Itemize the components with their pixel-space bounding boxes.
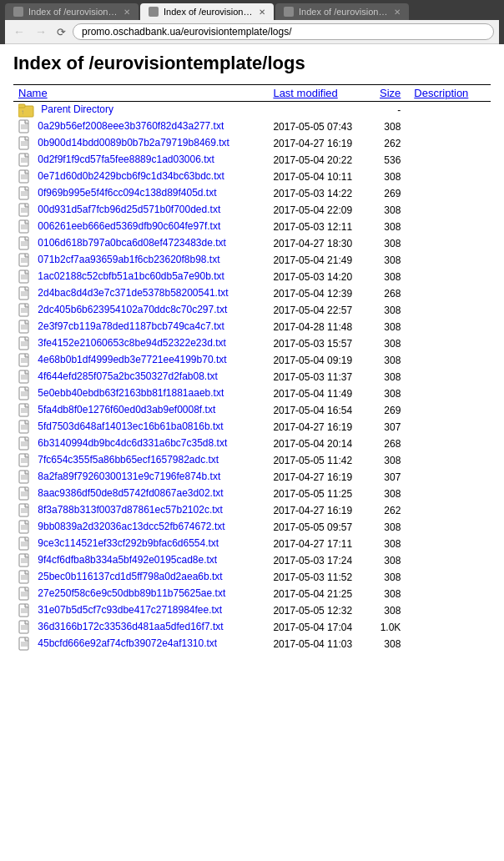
tab-2[interactable]: Index of /eurovisiontemp ✕ [140,3,274,20]
file-link-26[interactable]: 9f4cf6dfba8b334a5bf492e0195cad8e.txt [38,554,217,566]
file-link-28[interactable]: 27e250f58c6e9c50dbb89b11b75625ae.txt [38,587,225,599]
file-link-1[interactable]: 0b900d14bdd0089b0b7b2a79719b8469.txt [38,137,229,149]
file-desc-30 [409,619,491,636]
file-desc-0 [409,118,491,135]
file-table: Name Last modified Size Description ↑ [13,84,491,652]
file-link-27[interactable]: 25bec0b116137cd1d5ff798a0d2aea6b.txt [38,571,222,582]
table-row-parent: ↑ Parent Directory - [13,102,491,119]
file-size-5: 308 [375,202,409,219]
file-desc-4 [409,185,491,202]
file-link-24[interactable]: 9bb0839a2d32036ac13dcc52fb674672.txt [38,521,224,532]
file-link-0[interactable]: 0a29b56ef2008eee3b3760f82d43a277.txt [38,120,224,132]
table-row: 006261eeb666ed5369dfb90c604fe97f.txt 201… [13,219,491,235]
file-icon-17 [18,403,32,418]
file-link-7[interactable]: 0106d618b797a0bca6d08ef4723483de.txt [38,237,226,249]
parent-modified [268,102,375,119]
file-modified-0: 2017-05-05 07:43 [268,118,375,135]
file-size-12: 308 [375,319,409,335]
file-icon-5 [18,203,32,218]
col-header-description: Description [409,85,491,102]
file-link-30[interactable]: 36d3166b172c33536d481aa5dfed16f7.txt [38,621,223,632]
file-desc-27 [409,569,491,586]
file-desc-10 [409,285,491,302]
table-row: 36d3166b172c33536d481aa5dfed16f7.txt 201… [13,619,491,636]
file-link-23[interactable]: 8f3a788b313f0037d87861ec57b2102c.txt [38,504,223,516]
table-row: 0f969b995e5f4f6cc094c138d89f405d.txt 201… [13,185,491,202]
file-icon-2 [18,153,32,168]
file-desc-31 [409,636,491,652]
parent-dir-link[interactable]: Parent Directory [41,103,113,115]
file-icon-29 [18,603,32,618]
file-link-22[interactable]: 8aac9386df50de8d5742fd0867ae3d02.txt [38,487,223,499]
col-name-link[interactable]: Name [18,87,48,99]
file-desc-20 [409,452,491,469]
table-row: 0106d618b797a0bca6d08ef4723483de.txt 201… [13,235,491,252]
file-link-19[interactable]: 6b3140994db9bc4dc6d331a6bc7c35d8.txt [38,437,227,449]
tab-3-close[interactable]: ✕ [394,8,401,17]
col-modified-link[interactable]: Last modified [273,87,337,99]
tab-3[interactable]: Index of /eurovisiontemp ✕ [275,3,409,20]
file-size-13: 308 [375,335,409,352]
file-icon-30 [18,620,32,635]
file-link-25[interactable]: 9ce3c114521ef33cf292b9bfac6d6554.txt [38,537,219,549]
file-modified-17: 2017-05-04 16:54 [268,402,375,419]
file-link-10[interactable]: 2d4bac8d4d3e7c371de5378b58200541.txt [38,287,228,299]
col-desc-link[interactable]: Description [414,87,468,99]
file-modified-20: 2017-05-05 11:42 [268,452,375,469]
file-modified-25: 2017-04-27 17:11 [268,536,375,552]
file-icon-18 [18,420,32,435]
file-size-19: 268 [375,436,409,452]
file-desc-13 [409,335,491,352]
file-link-3[interactable]: 0e71d60d0b2429bcb6f9c1d34bc63bdc.txt [38,170,224,182]
file-icon-28 [18,587,32,602]
file-modified-19: 2017-05-04 20:14 [268,436,375,452]
file-desc-3 [409,169,491,185]
file-link-29[interactable]: 31e07b5d5cf7c93dbe417c2718984fee.txt [38,604,222,616]
file-icon-9 [18,269,32,284]
refresh-button[interactable]: ⟳ [53,24,69,40]
file-link-17[interactable]: 5fa4db8f0e1276f60ed0d3ab9ef0008f.txt [38,404,215,415]
table-row: 4e68b0b1df4999edb3e7721ee4199b70.txt 201… [13,352,491,369]
file-link-18[interactable]: 5fd7503d648af14013ec16b61ba0816b.txt [38,420,223,432]
tab-1-close[interactable]: ✕ [123,8,130,17]
file-link-12[interactable]: 2e3f97cb119a78ded1187bcb749ca4c7.txt [38,320,224,332]
file-size-10: 268 [375,285,409,302]
forward-button[interactable]: → [32,23,50,40]
file-link-15[interactable]: 4f644efd285f075a2bc350327d2fab08.txt [38,370,218,382]
file-modified-30: 2017-05-04 17:04 [268,619,375,636]
file-size-22: 308 [375,486,409,502]
file-icon-24 [18,520,32,535]
file-modified-7: 2017-04-27 18:30 [268,235,375,252]
file-link-11[interactable]: 2dc405b6b623954102a70ddc8c70c297.txt [38,304,227,315]
file-link-9[interactable]: 1ac02188c52cbfb51a1bc60db5a7e90b.txt [38,270,224,282]
file-size-17: 269 [375,402,409,419]
file-link-20[interactable]: 7fc654c355f5a86bb65ecf1657982adc.txt [38,454,219,466]
file-link-21[interactable]: 8a2fa89f79260300131e9c7196fe874b.txt [38,471,220,482]
file-link-13[interactable]: 3fe4152e21060653c8be94d52322e23d.txt [38,337,226,349]
file-desc-1 [409,135,491,152]
file-link-8[interactable]: 071b2cf7aa93659ab1f6cb23620f8b98.txt [38,254,219,265]
file-link-31[interactable]: 45bcfd666e92af74cfb39072e4af1310.txt [38,637,217,649]
page-content: Index of /eurovisiontemplate/logs Name L… [0,44,504,661]
svg-text:↑: ↑ [21,108,24,116]
file-link-2[interactable]: 0d2f9f1f9cd57fa5fee8889c1ad03006.txt [38,154,214,165]
tab-2-close[interactable]: ✕ [259,8,265,17]
tab-icon-2 [149,7,159,17]
file-link-14[interactable]: 4e68b0b1df4999edb3e7721ee4199b70.txt [38,354,226,365]
file-size-28: 308 [375,586,409,602]
file-desc-11 [409,302,491,319]
tab-1[interactable]: Index of /eurovisiontemp ✕ [5,3,139,20]
table-row: 9ce3c114521ef33cf292b9bfac6d6554.txt 201… [13,536,491,552]
file-link-16[interactable]: 5e0ebb40ebdb63f2163bb81f1881aaeb.txt [38,387,224,399]
col-header-size: Size [375,85,409,102]
file-link-6[interactable]: 006261eeb666ed5369dfb90c604fe97f.txt [38,220,220,232]
file-link-5[interactable]: 00d931d5af7fcb96d25d571b0f700ded.txt [38,204,220,215]
file-link-4[interactable]: 0f969b995e5f4f6cc094c138d89f405d.txt [38,187,216,199]
address-bar[interactable] [73,23,494,40]
file-modified-22: 2017-05-05 11:25 [268,486,375,502]
back-button[interactable]: ← [10,23,28,40]
file-modified-18: 2017-04-27 16:19 [268,419,375,436]
file-desc-21 [409,469,491,486]
col-size-link[interactable]: Size [380,87,401,99]
col-header-modified: Last modified [268,85,375,102]
